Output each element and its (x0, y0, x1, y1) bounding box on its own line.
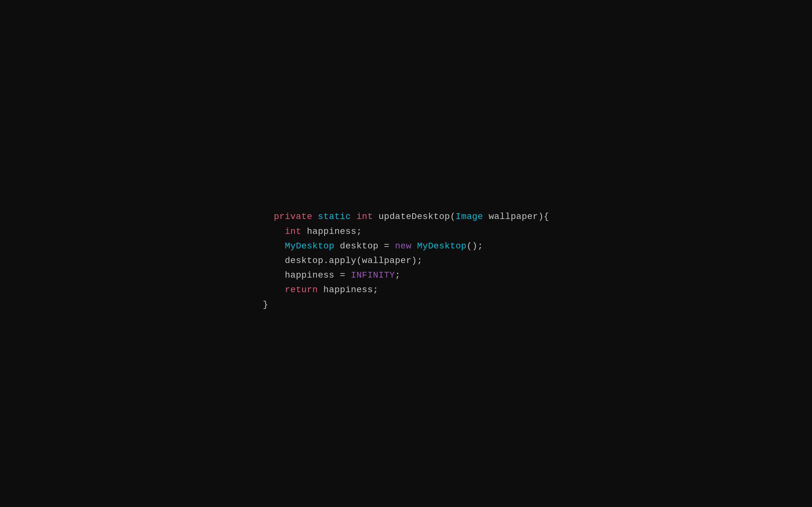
param-text: wallpaper){ (483, 212, 549, 222)
space-new (411, 241, 417, 251)
line-4: desktop.apply(wallpaper); (263, 256, 423, 266)
space-1 (312, 212, 318, 222)
keyword-image: Image (455, 212, 483, 222)
semicolon-5: ; (395, 270, 400, 280)
line-1: private static int updateDesktop(Image w… (274, 212, 549, 222)
keyword-private: private (274, 212, 312, 222)
line-3: MyDesktop desktop = new MyDesktop(); (263, 241, 484, 251)
keyword-mydesktop-2: MyDesktop (417, 241, 467, 251)
apply-call: desktop.apply(wallpaper); (285, 256, 422, 266)
keyword-infinity: INFINITY (351, 270, 395, 280)
keyword-return: return (285, 285, 318, 295)
keyword-new: new (395, 241, 411, 251)
keyword-int-2: int (285, 227, 301, 236)
happiness-assign: happiness = (285, 270, 351, 280)
return-val: happiness; (318, 285, 378, 295)
keyword-static: static (318, 212, 351, 222)
happiness-decl: happiness; (301, 227, 362, 236)
code-display: private static int updateDesktop(Image w… (263, 195, 549, 312)
space-2 (351, 212, 356, 222)
desktop-assign: desktop = (334, 241, 395, 251)
line-2: int happiness; (263, 227, 362, 236)
keyword-int-1: int (357, 212, 373, 222)
line-7: } (263, 300, 268, 309)
method-name: updateDesktop( (373, 212, 455, 222)
keyword-mydesktop-1: MyDesktop (285, 241, 334, 251)
line-5: happiness = INFINITY; (263, 270, 401, 280)
line-6: return happiness; (263, 285, 379, 295)
desktop-call: (); (467, 241, 483, 251)
